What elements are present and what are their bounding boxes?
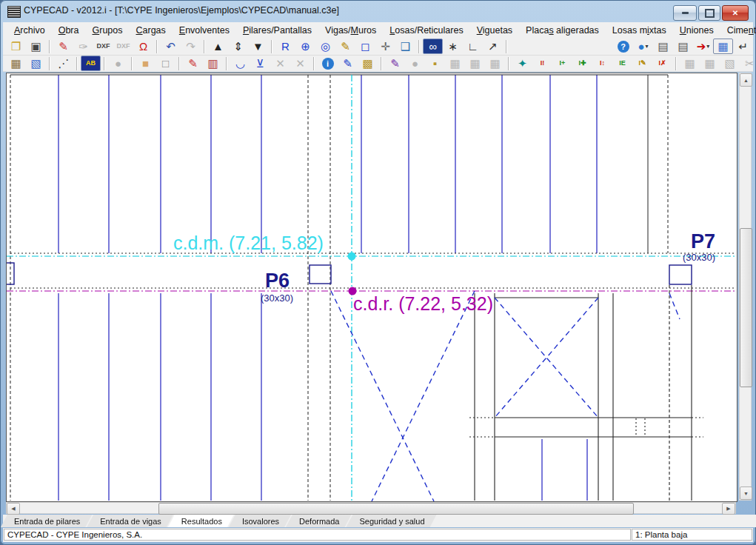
group-down-icon-glyph: ▼ bbox=[252, 41, 264, 52]
beam-add-icon[interactable]: I+ bbox=[552, 56, 572, 71]
pan-icon[interactable]: ✛ bbox=[375, 39, 395, 54]
beam-move-icon[interactable]: I↕ bbox=[592, 56, 612, 71]
scroll-left-button[interactable]: ◀ bbox=[7, 503, 20, 515]
tab-entrada-de-vigas[interactable]: Entrada de vigas bbox=[87, 515, 173, 527]
menu-item-viguetas[interactable]: Viguetas bbox=[470, 24, 519, 37]
separator bbox=[178, 57, 180, 70]
menu-item-envolventes[interactable]: Envolventes bbox=[173, 24, 236, 37]
snap-magnet-icon[interactable]: Ω bbox=[133, 39, 153, 54]
group-up-icon[interactable]: ▲ bbox=[208, 39, 228, 54]
reference-labels-icon-glyph: AB bbox=[86, 60, 96, 67]
vertical-scrollbar[interactable]: ▲ ▼ bbox=[739, 73, 752, 501]
edit-loads-icon[interactable]: ✎ bbox=[385, 56, 405, 71]
group-down-icon[interactable]: ▼ bbox=[248, 39, 268, 54]
menu-item-cimentacio-n[interactable]: Cimentación bbox=[720, 24, 756, 37]
menu-item-vigas-muros[interactable]: Vigas/Muros bbox=[318, 24, 383, 37]
scroll-down-button[interactable]: ▼ bbox=[740, 487, 752, 500]
menu-item-uniones[interactable]: Uniones bbox=[673, 24, 720, 37]
joists-top-right bbox=[361, 75, 597, 253]
scroll-right-button[interactable]: ▶ bbox=[722, 503, 735, 515]
edit-columns-icon-glyph: ✎ bbox=[343, 58, 352, 69]
lock-small-icon[interactable]: ▪ bbox=[425, 56, 445, 71]
language-globe-icon[interactable]: ●▾ bbox=[633, 39, 653, 54]
column-p6-size: (30x30) bbox=[261, 292, 293, 304]
tab-entrada-de-pilares[interactable]: Entrada de pilares bbox=[1, 515, 92, 527]
dxf-dwg-icon[interactable]: DXF bbox=[93, 39, 113, 54]
beam-errors-icon[interactable]: I! bbox=[532, 56, 552, 71]
dropdown-arrow-icon: ▾ bbox=[646, 43, 649, 50]
ortho-angle-icon[interactable]: ∟ bbox=[463, 39, 483, 54]
anchor-loads-icon[interactable]: ⊻ bbox=[250, 56, 270, 71]
export-icon[interactable]: ➔▾ bbox=[693, 39, 713, 54]
undo-icon[interactable]: ↶ bbox=[161, 39, 181, 54]
tab-resultados[interactable]: Resultados bbox=[168, 515, 234, 527]
dimension-icon[interactable]: ↗ bbox=[483, 39, 503, 54]
reference-labels-icon[interactable]: AB bbox=[81, 56, 101, 71]
menu-item-pilares-pantallas[interactable]: Pilares/Pantallas bbox=[236, 24, 318, 37]
menu-item-cargas[interactable]: Cargas bbox=[130, 24, 173, 37]
print-view-icon[interactable]: ❑ bbox=[395, 39, 415, 54]
beam-edit-icon[interactable]: I✎ bbox=[632, 56, 652, 71]
beam-delete-icon[interactable]: I✗ bbox=[652, 56, 672, 71]
edit-beams-icon[interactable]: ✎ bbox=[183, 56, 203, 71]
menu-item-grupos[interactable]: Grupos bbox=[86, 24, 130, 37]
column-p6-label: P6 bbox=[265, 270, 290, 292]
open-file-icon-glyph: ❐ bbox=[11, 41, 21, 52]
view-3d-wire-icon[interactable]: □ bbox=[155, 56, 175, 71]
beam-edges-icon[interactable]: IE bbox=[612, 56, 632, 71]
vertical-scroll-thumb[interactable] bbox=[740, 228, 752, 387]
search-icon[interactable]: ∞ bbox=[423, 39, 443, 54]
menu-item-placas-aligeradas[interactable]: Placas aligeradas bbox=[519, 24, 606, 37]
trim-icon-glyph: ✂ bbox=[745, 58, 755, 69]
menu-item-archivo[interactable]: Archivo bbox=[7, 24, 52, 37]
measure-icon-glyph: ∗ bbox=[448, 41, 458, 52]
minimize-button[interactable] bbox=[673, 5, 697, 21]
redraw-icon[interactable]: ✎ bbox=[335, 39, 355, 54]
horizontal-scroll-thumb[interactable] bbox=[158, 503, 634, 515]
menu-item-obra[interactable]: Obra bbox=[52, 24, 86, 37]
close-button[interactable]: ✕ bbox=[722, 5, 749, 21]
zoom-all-icon[interactable]: ⊕ bbox=[295, 39, 315, 54]
tab-isovalores[interactable]: Isovalores bbox=[229, 515, 291, 527]
menu-item-losas-reticulares[interactable]: Losas/Reticulares bbox=[383, 24, 469, 37]
group-names-icon[interactable]: ▧ bbox=[26, 56, 46, 71]
hanging-loads-icon[interactable]: ◡ bbox=[230, 56, 250, 71]
tab-seguridad-y-salud[interactable]: Seguridad y salud bbox=[346, 515, 436, 527]
title-bar: CYPECAD - v2012.i - [T:\CYPE Ingenieros\… bbox=[3, 0, 753, 22]
mesh-1-icon: ▦ bbox=[445, 56, 465, 71]
open-file-icon[interactable]: ❐ bbox=[6, 39, 26, 54]
window-layout-icon[interactable]: ▦ bbox=[713, 39, 733, 54]
beam-warnings-icon[interactable]: ▥ bbox=[203, 56, 223, 71]
stairs-icon[interactable]: ⋰ bbox=[53, 56, 73, 71]
tab-deformada[interactable]: Deformada bbox=[286, 515, 351, 527]
edit-columns-icon[interactable]: ✎ bbox=[338, 56, 358, 71]
floor-plan-canvas[interactable] bbox=[6, 73, 737, 502]
exit-window-icon[interactable]: ↵ bbox=[733, 39, 753, 54]
lock-small-icon-glyph: ▪ bbox=[433, 58, 437, 69]
zoom-window-icon[interactable]: ◻ bbox=[355, 39, 375, 54]
mesh-3-icon-glyph: ▦ bbox=[489, 58, 500, 69]
help-icon[interactable]: ? bbox=[613, 39, 633, 54]
group-select-icon[interactable]: ⇕ bbox=[228, 39, 248, 54]
print-icon[interactable]: ▤ bbox=[653, 39, 673, 54]
edit-templates-icon[interactable]: ✎ bbox=[53, 39, 73, 54]
print-setup-icon[interactable]: ▤ bbox=[673, 39, 693, 54]
plan-groups-icon[interactable]: ▦ bbox=[6, 56, 26, 71]
restore-button[interactable] bbox=[698, 5, 720, 21]
save-icon[interactable]: ▣ bbox=[26, 39, 46, 54]
horizontal-scrollbar[interactable]: ◀ ▶ bbox=[6, 502, 736, 514]
info-icon[interactable]: i bbox=[318, 56, 338, 71]
dimension-icon-glyph: ↗ bbox=[488, 41, 498, 52]
zoom-rotate-icon[interactable]: R bbox=[275, 39, 295, 54]
lock-columns-icon[interactable]: ▩ bbox=[358, 56, 378, 71]
beam-assign-icon[interactable]: I✚ bbox=[572, 56, 592, 71]
cdm-point bbox=[348, 253, 356, 261]
scroll-up-button[interactable]: ▲ bbox=[740, 73, 752, 87]
column-results-icon[interactable]: ✦ bbox=[512, 56, 532, 71]
zoom-previous-icon[interactable]: ◎ bbox=[315, 39, 335, 54]
measure-icon[interactable]: ∗ bbox=[443, 39, 463, 54]
info-icon-glyph: i bbox=[322, 58, 334, 70]
menu-item-losas-mixtas[interactable]: Losas mixtas bbox=[606, 24, 673, 37]
view-3d-icon[interactable]: ■ bbox=[136, 56, 155, 71]
column-p7-label: P7 bbox=[691, 230, 715, 253]
